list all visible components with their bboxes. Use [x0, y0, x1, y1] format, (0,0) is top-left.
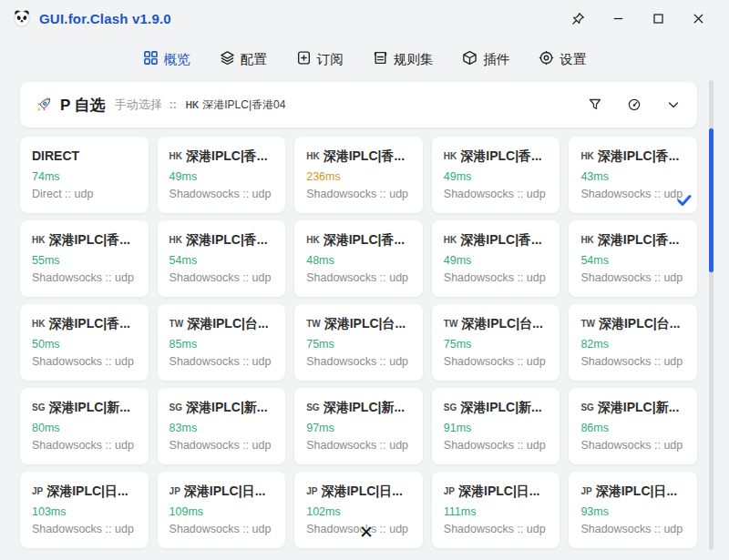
node-protocol: Shadowsocks :: udp: [444, 523, 551, 535]
node-region-label: HK: [32, 319, 45, 329]
node-name: 深港IPLC|日...: [321, 484, 402, 498]
node-protocol: Shadowsocks :: udp: [32, 355, 139, 368]
node-delay: 43ms: [580, 170, 688, 183]
node-protocol: Shadowsocks :: udp: [32, 523, 139, 535]
maximize-button[interactable]: [638, 0, 678, 36]
proxy-node-card[interactable]: SG深港IPLC|新... 80ms Shadowsocks :: udp: [20, 388, 149, 464]
filter-button[interactable]: [588, 97, 602, 112]
panda-icon: [12, 8, 32, 28]
filter-icon: [588, 97, 602, 112]
close-icon: [692, 12, 705, 25]
proxy-node-grid: DIRECT 74ms Direct :: udp HK深港IPLC|香... …: [20, 137, 697, 548]
node-region-label: HK: [32, 235, 45, 245]
node-protocol: Shadowsocks :: udp: [580, 523, 688, 535]
proxy-node-card[interactable]: JP深港IPLC|日... 111ms Shadowsocks :: udp: [432, 472, 560, 548]
pin-icon: [571, 12, 585, 25]
proxy-node-card[interactable]: JP深港IPLC|日... 103ms Shadowsocks :: udp: [20, 472, 149, 548]
node-delay: 85ms: [169, 338, 277, 351]
node-protocol: Shadowsocks :: udp: [444, 355, 551, 368]
node-region-label: TW: [306, 319, 321, 329]
proxy-node-card[interactable]: SG深港IPLC|新... 97ms Shadowsocks :: udp: [294, 388, 423, 464]
node-region-label: HK: [444, 235, 457, 245]
node-protocol: Shadowsocks :: udp: [306, 355, 414, 368]
tab-plugins[interactable]: 插件: [462, 50, 509, 68]
node-delay: 82ms: [580, 338, 688, 351]
node-protocol: Shadowsocks :: udp: [444, 188, 551, 200]
node-name: 深港IPLC|日...: [184, 484, 265, 498]
gear-icon: [539, 50, 554, 68]
node-delay: 83ms: [169, 422, 277, 434]
pin-button[interactable]: [558, 0, 598, 36]
node-name: 深港IPLC|香...: [460, 232, 541, 247]
proxy-node-card[interactable]: SG深港IPLC|新... 86ms Shadowsocks :: udp: [569, 388, 697, 464]
node-region-label: HK: [169, 235, 182, 245]
overlay-close-button[interactable]: ✕: [356, 523, 376, 543]
node-region-label: TW: [444, 319, 458, 329]
node-name: 深港IPLC|新...: [460, 400, 541, 414]
node-region-label: TW: [169, 319, 184, 329]
node-delay: 103ms: [32, 505, 139, 518]
node-protocol: Shadowsocks :: udp: [169, 439, 277, 452]
tab-rulesets[interactable]: 规则集: [373, 50, 434, 68]
layers-icon: [220, 50, 235, 68]
node-name: 深港IPLC|新...: [48, 400, 129, 414]
speedtest-button[interactable]: [627, 97, 642, 112]
titlebar[interactable]: GUI.for.Clash v1.9.0: [0, 0, 729, 36]
tab-subscriptions[interactable]: 订阅: [296, 50, 344, 68]
window-controls: [558, 0, 718, 36]
proxy-node-card[interactable]: DIRECT 74ms Direct :: udp: [20, 137, 149, 213]
proxy-node-card[interactable]: TW深港IPLC|台... 85ms Shadowsocks :: udp: [158, 304, 286, 381]
selected-node-name: 深港IPLC|香港04: [202, 97, 285, 113]
node-protocol: Shadowsocks :: udp: [580, 439, 688, 452]
node-delay: 54ms: [169, 254, 277, 267]
bookmark-plus-icon: [296, 50, 312, 68]
proxy-node-card[interactable]: SG深港IPLC|新... 91ms Shadowsocks :: udp: [432, 388, 560, 464]
node-delay: 80ms: [32, 422, 139, 434]
group-name: P 自选: [60, 95, 106, 116]
proxy-node-card[interactable]: HK深港IPLC|香... 49ms Shadowsocks :: udp: [158, 137, 286, 213]
proxy-node-card[interactable]: JP深港IPLC|日... 109ms Shadowsocks :: udp: [158, 472, 286, 548]
group-mode-label: 手动选择: [115, 97, 162, 113]
node-protocol: Shadowsocks :: udp: [444, 271, 551, 284]
node-protocol: Shadowsocks :: udp: [306, 188, 414, 200]
proxy-node-card[interactable]: HK深港IPLC|香... 55ms Shadowsocks :: udp: [20, 220, 149, 297]
tab-settings[interactable]: 设置: [539, 50, 586, 68]
node-region-label: SG: [32, 402, 45, 412]
proxy-node-card[interactable]: HK深港IPLC|香... 49ms Shadowsocks :: udp: [432, 137, 560, 213]
scrollbar-thumb[interactable]: [709, 128, 714, 272]
node-delay: 49ms: [444, 170, 551, 183]
node-region-label: SG: [306, 402, 319, 412]
collapse-button[interactable]: [666, 97, 681, 112]
node-region-label: JP: [444, 486, 455, 496]
node-region-label: SG: [444, 402, 457, 412]
proxy-node-card[interactable]: HK深港IPLC|香... 236ms Shadowsocks :: udp: [294, 137, 423, 213]
node-delay: 50ms: [32, 338, 139, 351]
speedtest-icon: [627, 97, 642, 112]
node-protocol: Direct :: udp: [32, 188, 139, 200]
node-name: 深港IPLC|香...: [48, 232, 129, 247]
rocket-icon: [35, 96, 53, 114]
proxy-node-card[interactable]: HK深港IPLC|香... 43ms Shadowsocks :: udp: [569, 137, 697, 213]
proxy-node-card[interactable]: HK深港IPLC|香... 48ms Shadowsocks :: udp: [294, 220, 423, 297]
proxy-node-card[interactable]: TW深港IPLC|台... 75ms Shadowsocks :: udp: [294, 304, 423, 381]
proxy-node-card[interactable]: TW深港IPLC|台... 75ms Shadowsocks :: udp: [432, 304, 560, 381]
proxy-node-card[interactable]: HK深港IPLC|香... 54ms Shadowsocks :: udp: [158, 220, 286, 297]
node-region-label: JP: [580, 486, 591, 496]
node-protocol: Shadowsocks :: udp: [169, 355, 277, 368]
proxy-node-card[interactable]: HK深港IPLC|香... 50ms Shadowsocks :: udp: [20, 304, 149, 381]
scrollbar-track[interactable]: [709, 80, 714, 550]
tab-overview[interactable]: 概览: [143, 50, 190, 68]
minimize-button[interactable]: [598, 0, 638, 36]
close-button[interactable]: [678, 0, 718, 36]
node-delay: 54ms: [580, 254, 688, 267]
node-protocol: Shadowsocks :: udp: [580, 355, 688, 368]
node-protocol: Shadowsocks :: udp: [306, 271, 414, 284]
proxy-node-card[interactable]: SG深港IPLC|新... 83ms Shadowsocks :: udp: [158, 388, 286, 464]
selected-node-region: HK: [186, 100, 199, 110]
proxy-node-card[interactable]: TW深港IPLC|台... 82ms Shadowsocks :: udp: [569, 304, 697, 381]
proxy-node-card[interactable]: HK深港IPLC|香... 49ms Shadowsocks :: udp: [432, 220, 560, 297]
proxy-node-card[interactable]: HK深港IPLC|香... 54ms Shadowsocks :: udp: [569, 220, 697, 297]
proxy-node-card[interactable]: JP深港IPLC|日... 93ms Shadowsocks :: udp: [569, 472, 697, 548]
proxy-group-header[interactable]: P 自选 手动选择 :: HK 深港IPLC|香港04: [20, 82, 697, 127]
tab-profiles[interactable]: 配置: [220, 50, 267, 68]
